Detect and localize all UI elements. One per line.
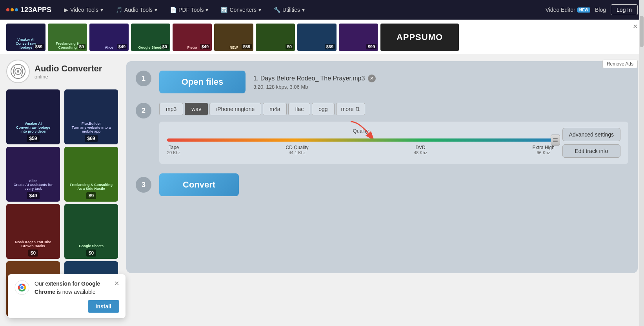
ad-thumb-6[interactable]: NEW $59 — [214, 24, 253, 51]
audio-icon: 🎵 — [116, 7, 122, 13]
nav-video-tools[interactable]: ▶ Video Tools ▾ — [59, 7, 108, 13]
appsumo-ad[interactable]: APPSUMO — [380, 24, 459, 51]
step2-row: 2 mp3 wav iPhone ringtone m4a flac ogg m… — [136, 103, 628, 164]
format-tabs: mp3 wav iPhone ringtone m4a flac ogg mor… — [159, 103, 628, 115]
advanced-settings-button[interactable]: Advanced settings — [562, 128, 620, 141]
quality-mark-dvd: DVD 48 Khz — [414, 145, 427, 155]
chevron-down-icon: ▾ — [206, 7, 208, 13]
login-button[interactable]: Log In — [611, 4, 638, 15]
toast-top: Our extension for Google Chrome is now a… — [14, 280, 119, 296]
quality-section: Quality — [159, 122, 628, 164]
ad-thumb-3[interactable]: Alice $49 — [89, 24, 129, 51]
file-name: 1. Days Before Rodeo_ The Prayer.mp3 — [253, 75, 365, 82]
slider-grip-3 — [553, 141, 558, 142]
logo-dot-blue — [15, 8, 18, 11]
format-tab-ogg[interactable]: ogg — [312, 103, 334, 115]
sidebar-ad-6[interactable]: Google Sheets $0 — [64, 204, 118, 259]
logo-text: 123APPS — [20, 6, 51, 14]
app-icon — [6, 60, 30, 83]
ad-thumb-4[interactable]: Google Sheets $0 — [131, 24, 170, 51]
toast-bottom: Install — [14, 300, 119, 313]
step2-content: mp3 wav iPhone ringtone m4a flac ogg mor… — [159, 103, 628, 164]
sidebar-ad-2[interactable]: FluxBuilderTurn any website into a mobil… — [64, 89, 118, 144]
video-editor-link[interactable]: Video Editor NEW — [546, 7, 590, 13]
chevron-up-down-icon: ⇅ — [355, 106, 360, 112]
file-name-row: 1. Days Before Rodeo_ The Prayer.mp3 ✕ — [253, 75, 376, 82]
new-badge: NEW — [577, 7, 590, 13]
file-remove-button[interactable]: ✕ — [368, 75, 376, 82]
nav-right-section: Video Editor NEW Blog Log In — [546, 4, 638, 15]
main-content: Remove Ads 1 Open files 1. Days Before R… — [126, 60, 638, 316]
toast-text: Our extension for Google Chrome is now a… — [35, 280, 109, 296]
nav-utilities[interactable]: 🔧 Utilities ▾ — [269, 7, 309, 13]
quality-mark-cd: CD Quality 44.1 Khz — [286, 145, 309, 155]
nav-audio-tools[interactable]: 🎵 Audio Tools ▾ — [111, 7, 162, 13]
file-meta: 3:20, 128 kbps, 3.06 Mb — [253, 84, 376, 90]
ad-thumb-8[interactable]: $69 — [297, 24, 337, 51]
ad-thumb-2[interactable]: Freelancing & Consulting $9 — [48, 24, 87, 51]
ad-thumb-5[interactable]: Pietra $49 — [173, 24, 212, 51]
step3-row: 3 Convert — [136, 173, 628, 196]
open-files-button[interactable]: Open files — [159, 71, 246, 93]
slider-grip-2 — [553, 140, 558, 140]
ad-thumb-1[interactable]: Vmaker AIConvert raw footage $59 — [6, 24, 45, 51]
logo-dot-yellow — [11, 8, 14, 11]
converters-icon: 🔄 — [221, 7, 227, 13]
convert-button[interactable]: Convert — [159, 173, 239, 196]
nav-converters[interactable]: 🔄 Converters ▾ — [216, 7, 266, 13]
install-extension-button[interactable]: Install — [88, 300, 119, 313]
scrollbar[interactable] — [639, 0, 644, 326]
ad-thumb-9[interactable]: $99 — [339, 24, 378, 51]
format-more-dropdown[interactable]: more ⇅ — [336, 103, 365, 115]
top-navigation: 123APPS ▶ Video Tools ▾ 🎵 Audio Tools ▾ … — [0, 0, 644, 20]
chevron-down-icon: ▾ — [155, 7, 157, 13]
format-tab-wav[interactable]: wav — [185, 103, 208, 115]
toast-close-button[interactable]: ✕ — [114, 280, 119, 287]
quality-marks: Tape 20 Khz CD Quality 44.1 Khz DVD 48 K… — [167, 145, 555, 155]
sidebar-ad-1[interactable]: Vmaker AIConvert raw footageinto pro vid… — [6, 89, 60, 144]
ad-banner: Vmaker AIConvert raw footage $59 Freelan… — [0, 20, 644, 55]
chrome-extension-toast: Our extension for Google Chrome is now a… — [8, 274, 126, 318]
sidebar-ad-4[interactable]: Freelancing & Consulting As a Side Hustl… — [64, 147, 118, 202]
audio-converter-logo-icon — [10, 64, 26, 79]
chevron-down-icon: ▾ — [258, 7, 261, 13]
step3-circle: 3 — [136, 177, 151, 193]
logo[interactable]: 123APPS — [6, 6, 51, 14]
remove-ads-button[interactable]: Remove Ads — [602, 60, 638, 68]
quality-left: Quality — [167, 128, 555, 158]
ad-close-button[interactable]: ✕ — [633, 23, 638, 30]
file-info: 1. Days Before Rodeo_ The Prayer.mp3 ✕ 3… — [253, 75, 376, 90]
edit-track-info-button[interactable]: Edit track info — [562, 144, 620, 158]
app-title-section: Audio Converter online — [35, 64, 102, 80]
app-title: Audio Converter — [35, 64, 102, 74]
blog-link[interactable]: Blog — [595, 7, 606, 13]
chevron-down-icon: ▾ — [100, 7, 103, 13]
step1-content: Open files 1. Days Before Rodeo_ The Pra… — [159, 71, 628, 93]
format-tab-iphone-ringtone[interactable]: iPhone ringtone — [209, 103, 261, 115]
quality-mark-extra-high: Extra High 96 Khz — [533, 145, 555, 155]
converter-card: 1 Open files 1. Days Before Rodeo_ The P… — [126, 61, 638, 273]
step2-circle: 2 — [136, 103, 151, 118]
sidebar-ad-3[interactable]: AliceCreate AI assistants for every task… — [6, 147, 60, 202]
video-icon: ▶ — [64, 7, 68, 13]
slider-thumb[interactable] — [551, 135, 560, 146]
open-files-area: Open files 1. Days Before Rodeo_ The Pra… — [159, 71, 628, 93]
format-tab-m4a[interactable]: m4a — [263, 103, 287, 115]
quality-right-buttons: Advanced settings Edit track info — [562, 128, 620, 158]
app-subtitle: online — [35, 74, 102, 80]
quality-slider[interactable] — [167, 138, 555, 142]
chrome-logo-icon — [14, 280, 30, 295]
scrollbar-thumb[interactable] — [640, 16, 644, 47]
slider-container — [167, 138, 555, 142]
format-tab-mp3[interactable]: mp3 — [159, 103, 183, 115]
sidebar-ad-5[interactable]: Noah Kagan YouTube Growth Hacks $0 — [6, 204, 60, 259]
format-tab-flac[interactable]: flac — [288, 103, 310, 115]
slider-grip-1 — [553, 138, 558, 139]
step1-circle: 1 — [136, 71, 151, 86]
pdf-icon: 📄 — [170, 7, 176, 13]
ad-thumb-7[interactable]: $0 — [256, 24, 295, 51]
app-header: Audio Converter online — [6, 60, 120, 83]
quality-label: Quality — [167, 128, 555, 134]
quality-mark-tape: Tape 20 Khz — [167, 145, 180, 155]
nav-pdf-tools[interactable]: 📄 PDF Tools ▾ — [165, 7, 213, 13]
